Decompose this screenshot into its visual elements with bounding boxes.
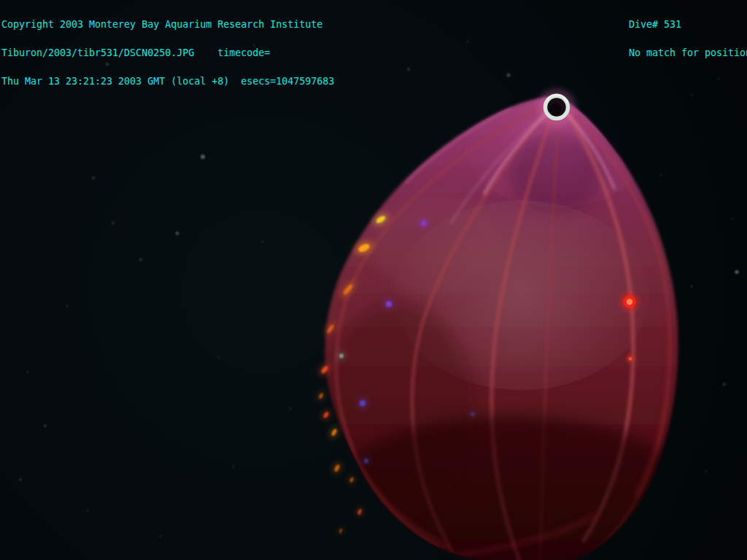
snow-particle <box>160 535 162 537</box>
iridescent-dot <box>471 412 475 416</box>
snow-particle <box>27 371 29 373</box>
snow-particle <box>691 94 693 96</box>
copyright-line: Copyright 2003 Monterey Bay Aquarium Res… <box>1 20 334 29</box>
snow-particle <box>262 241 264 243</box>
snow-particle <box>201 155 205 159</box>
iridescent-dot <box>421 220 427 226</box>
snow-particle <box>507 74 511 77</box>
snow-particle <box>732 218 734 220</box>
iridescent-dot <box>339 354 344 358</box>
aboral-pore <box>549 104 562 116</box>
snow-particle <box>19 478 22 481</box>
snow-particle <box>233 466 235 468</box>
snow-particle <box>407 68 410 71</box>
snow-particle <box>718 78 720 80</box>
iridescent-dot <box>364 459 368 463</box>
snow-particle <box>705 470 708 472</box>
snow-particle <box>139 258 142 261</box>
snow-particle <box>112 222 115 225</box>
dive-number-line: Dive# 531 <box>629 20 747 29</box>
iridescent-dot <box>360 400 365 406</box>
telemetry-header-left: Copyright 2003 Monterey Bay Aquarium Res… <box>1 1 334 96</box>
aboral-ring <box>538 89 576 127</box>
snow-particle <box>659 174 662 176</box>
timestamp-line: Thu Mar 13 23:21:23 2003 GMT (local +8) … <box>1 77 334 86</box>
snow-particle <box>467 41 469 43</box>
laser-dot-core <box>627 299 632 305</box>
snow-particle <box>87 510 89 512</box>
file-path-line: Tiburon/2003/tibr531/DSCN0250.JPG timeco… <box>1 48 334 58</box>
snow-particle <box>176 232 179 236</box>
snow-particle <box>218 357 220 359</box>
laser-dot-core <box>629 357 632 360</box>
telemetry-header-right: Dive# 531 No match for position <box>629 1 747 67</box>
snow-particle <box>691 286 693 288</box>
snow-particle <box>723 383 726 386</box>
snow-particle <box>92 176 95 179</box>
iridescent-dot <box>386 301 392 307</box>
telemetry-footer: Depth= 2359.4 m Temp= 1.909 C Sal= 34.43… <box>1 546 462 560</box>
snow-particle <box>44 424 47 427</box>
snow-particle <box>290 408 292 410</box>
position-status-line: No match for position <box>629 48 747 58</box>
snow-particle <box>735 271 739 274</box>
snow-particle <box>66 306 69 308</box>
